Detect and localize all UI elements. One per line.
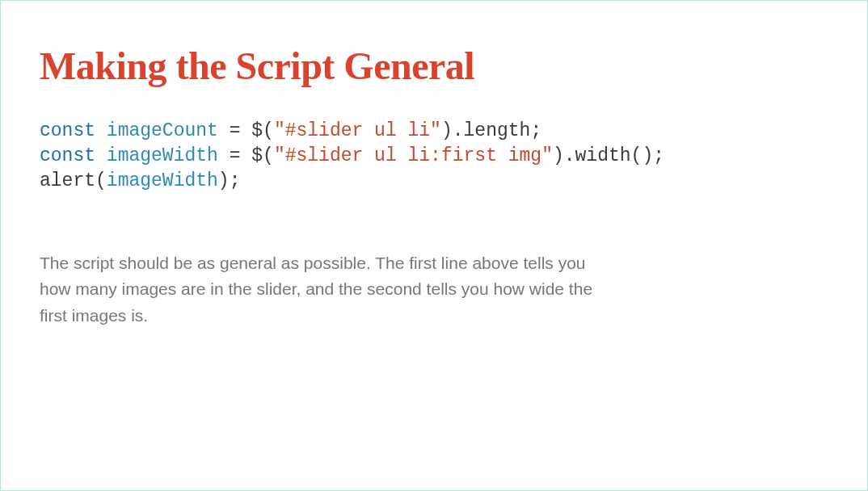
code-punct: ) (218, 170, 230, 191)
body-paragraph: The script should be as general as possi… (40, 250, 605, 329)
code-punct: ). (553, 145, 575, 166)
code-punct: $( (251, 145, 274, 166)
code-string: "#slider ul li:first img" (274, 145, 553, 166)
code-keyword: const (40, 120, 95, 141)
code-keyword: const (40, 145, 95, 166)
slide-title: Making the Script General (40, 45, 828, 88)
code-variable: imageWidth (107, 145, 218, 166)
code-punct: = (218, 145, 251, 166)
code-punct: ; (653, 145, 664, 166)
code-string: "#slider ul li" (274, 120, 441, 141)
code-punct: = (218, 120, 251, 141)
code-punct: ; (230, 170, 241, 191)
code-punct: () (631, 145, 654, 166)
code-punct: ( (95, 170, 107, 191)
code-punct: $( (251, 120, 274, 141)
code-punct: ; (530, 120, 541, 141)
code-function: alert (40, 170, 95, 191)
code-variable: imageCount (107, 120, 218, 141)
code-function: width (575, 145, 631, 166)
code-argument: imageWidth (107, 170, 218, 191)
code-property: length (464, 120, 531, 141)
code-snippet: const imageCount = $("#slider ul li").le… (40, 119, 828, 194)
code-punct: ). (441, 120, 464, 141)
